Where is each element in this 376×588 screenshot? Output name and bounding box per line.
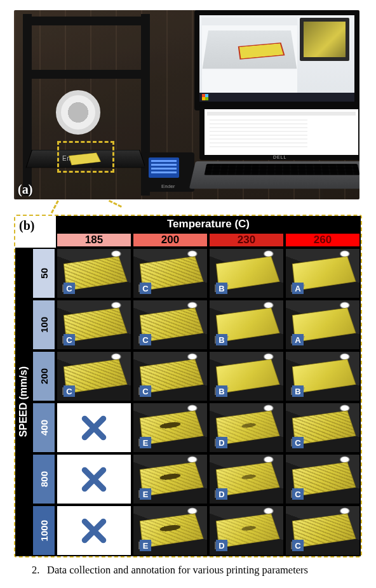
speed-row-800: 800 [32, 453, 56, 505]
speed-header: SPEED (mm/s) [15, 248, 32, 556]
cross-icon [80, 465, 108, 493]
sample-cell: DVC [56, 248, 132, 299]
temp-column-230: 230 [208, 232, 285, 248]
printer-lcd-icon [149, 157, 179, 178]
sample-cell: DVC [285, 505, 361, 556]
grade-badge: C [140, 334, 151, 345]
sample-cell: DVB [208, 299, 285, 351]
grade-badge: D [216, 437, 227, 448]
grade-badge: B [292, 385, 304, 397]
grade-badge: C [64, 283, 75, 294]
panel-a-label: (a) [18, 182, 32, 197]
cross-icon [80, 414, 108, 442]
sample-cell: DVE [132, 402, 208, 453]
grade-badge: C [140, 283, 151, 294]
filament-spool-icon [56, 90, 100, 135]
camera-preview-window [300, 18, 349, 61]
sample-cell: DVB [208, 248, 285, 299]
grade-badge: B [216, 385, 227, 397]
desktop-monitor [194, 10, 359, 110]
sample-cell: DVC [132, 299, 208, 351]
sample-cell: DVB [285, 351, 361, 402]
sample-failed [56, 505, 132, 556]
windows-taskbar [199, 93, 354, 102]
printer-brand-label: Ender [161, 184, 175, 189]
sample-cell: DVD [208, 453, 285, 505]
sample-cell: DVC [132, 248, 208, 299]
grade-badge: C [64, 385, 75, 397]
callout-connector [14, 199, 359, 215]
speed-row-1000: 1000 [32, 505, 56, 556]
speed-row-100: 100 [32, 299, 56, 351]
panel-b-table: (b) Temperature (C) 185 200 230 260 SPEE… [14, 215, 362, 558]
speed-row-200: 200 [32, 351, 56, 402]
code-editor-window [205, 109, 358, 155]
speed-row-50: 50 [32, 248, 56, 299]
sample-cell: DVC [56, 351, 132, 402]
grade-badge: D [216, 488, 227, 500]
figure-caption: 2. Data collection and annotation for va… [14, 558, 362, 577]
sample-cell: DVC [56, 299, 132, 351]
panel-a-photo: Ender Ender DELL [14, 10, 359, 199]
grade-badge: E [140, 540, 151, 551]
temp-column-185: 185 [56, 232, 132, 248]
grade-badge: B [216, 283, 227, 294]
sample-failed [56, 402, 132, 453]
grade-badge: A [292, 283, 304, 294]
sample-cell: DVC [132, 351, 208, 402]
sample-cell: DVC [285, 453, 361, 505]
sample-cell: DVC [285, 402, 361, 453]
slicer-window [202, 18, 297, 99]
panel-b-label: (b) [15, 216, 56, 248]
sample-cell: DVE [132, 453, 208, 505]
sample-cell: DVA [285, 299, 361, 351]
callout-box-icon [57, 141, 114, 173]
grade-badge: C [292, 488, 304, 500]
grade-badge: A [292, 334, 304, 345]
grade-badge: E [140, 488, 151, 500]
printer-3d: Ender Ender [18, 14, 177, 196]
laptop-keyboard [189, 161, 359, 189]
speed-row-400: 400 [32, 402, 56, 453]
sample-cell: DVD [208, 402, 285, 453]
laptop: DELL [196, 104, 359, 198]
temperature-header: Temperature (C) [56, 216, 361, 232]
laptop-brand-label: DELL [273, 155, 287, 159]
sample-cell: DVD [208, 505, 285, 556]
printer-controller: Ender [145, 152, 194, 192]
grade-badge: E [140, 437, 151, 448]
grade-badge: B [216, 334, 227, 345]
sample-cell: DVE [132, 505, 208, 556]
sample-cell: DVB [208, 351, 285, 402]
temp-column-260: 260 [285, 232, 361, 248]
grade-badge: C [140, 385, 151, 397]
sample-cell: DVA [285, 248, 361, 299]
cross-icon [80, 517, 108, 545]
caption-text: Data collection and annotation for vario… [47, 564, 308, 576]
grade-badge: C [64, 334, 75, 345]
temp-column-200: 200 [132, 232, 208, 248]
grade-badge: C [292, 540, 304, 551]
grade-badge: C [292, 437, 304, 448]
caption-number: 2. [32, 564, 39, 576]
sample-failed [56, 453, 132, 505]
grade-badge: D [216, 540, 227, 551]
